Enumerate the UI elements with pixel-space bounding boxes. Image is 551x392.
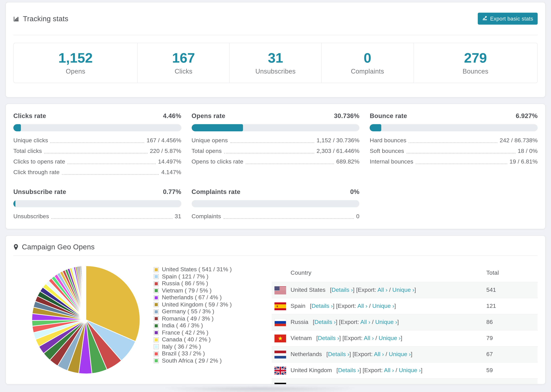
country-cell-td: Spain [Details ›] [Export: All › / Uniqu… [272, 298, 486, 314]
rate-value: 6.927% [516, 112, 538, 120]
rate-detail-value: 18 / 0% [518, 148, 538, 155]
rates-card: Clicks rate4.46%Unique clicks167 / 4.456… [6, 104, 545, 229]
export-unique-link[interactable]: Unique › [392, 287, 414, 293]
legend-label: United Kingdom ( 59 / 3% ) [162, 301, 232, 308]
total-value: 55 [486, 378, 538, 385]
details-link[interactable]: Details › [332, 287, 353, 293]
tracking-stats-card: Tracking stats Export basic stats 1,152O… [6, 2, 545, 98]
legend-label: Italy ( 36 / 2% ) [162, 343, 201, 350]
progress-bar [13, 124, 181, 131]
total-column-header: Total [486, 261, 538, 282]
details-link[interactable]: Details › [328, 351, 349, 357]
details-link[interactable]: Details › [314, 319, 336, 325]
export-all-link[interactable]: All › [367, 383, 377, 385]
rate-detail-row: Opens to clicks rate689.82% [191, 158, 359, 165]
legend-item[interactable]: Germany ( 55 / 3% ) [154, 308, 272, 315]
flag-us-icon [275, 286, 286, 294]
country-name: Spain [290, 303, 305, 309]
geo-table-row: Vietnam [Details ›] [Export: All › / Uni… [272, 330, 538, 346]
rate-head: Complaints rate0% [191, 188, 359, 196]
legend-item[interactable]: Romania ( 49 / 3% ) [154, 315, 272, 322]
legend-label: Vietnam ( 79 / 5% ) [162, 287, 212, 294]
legend-item[interactable]: United States ( 541 / 31% ) [154, 266, 272, 273]
export-all-link[interactable]: All › [364, 335, 374, 341]
legend-item[interactable]: South Africa ( 29 / 2% ) [154, 357, 272, 364]
rate-detail-row: Unique opens1,152 / 30.736% [191, 137, 359, 144]
rate-detail-row: Clicks to opens rate14.497% [13, 158, 181, 165]
legend-item[interactable]: Vietnam ( 79 / 5% ) [154, 287, 272, 294]
stat-label: Clicks [175, 68, 192, 75]
legend-item[interactable]: United Kingdom ( 59 / 3% ) [154, 301, 272, 308]
legend-swatch [154, 316, 159, 321]
export-unique-link[interactable]: Unique › [399, 367, 421, 373]
rate-title: Unsubscribe rate [13, 188, 66, 196]
legend-label: United States ( 541 / 31% ) [162, 266, 232, 273]
export-basic-stats-button[interactable]: Export basic stats [478, 13, 538, 25]
legend-item[interactable]: Canada ( 40 / 2% ) [154, 336, 272, 343]
legend-item[interactable]: Italy ( 36 / 2% ) [154, 343, 272, 350]
country-name: Vietnam [290, 335, 312, 342]
export-unique-link[interactable]: Unique › [375, 319, 397, 325]
geo-table-wrap: Country Total United States [Details ›] … [272, 256, 538, 385]
export-unique-link[interactable]: Unique › [381, 383, 403, 385]
total-value: 67 [486, 346, 538, 362]
stat-label: Opens [66, 68, 85, 75]
legend-label: Netherlands ( 67 / 4% ) [162, 294, 222, 301]
export-all-link[interactable]: All › [374, 351, 384, 357]
legend-label: Germany ( 55 / 3% ) [162, 308, 214, 315]
export-unique-link[interactable]: Unique › [389, 351, 411, 357]
stat-value: 31 [268, 51, 283, 64]
dotted-leader [224, 148, 314, 154]
legend-label: South Africa ( 29 / 2% ) [162, 357, 222, 364]
export-all-link[interactable]: All › [357, 303, 367, 309]
details-link[interactable]: Details › [320, 383, 342, 385]
legend-item[interactable]: Spain ( 121 / 7% ) [154, 273, 272, 280]
country-links: [Details ›] [Export: All › / Unique ›] [316, 335, 402, 342]
dotted-leader [230, 137, 314, 143]
details-link[interactable]: Details › [338, 367, 359, 373]
legend-item[interactable]: Brazil ( 33 / 2% ) [154, 350, 272, 357]
country-links: [Details ›] [Export: All › / Unique ›] [319, 383, 405, 385]
legend-item[interactable]: Netherlands ( 67 / 4% ) [154, 294, 272, 301]
geo-pie-chart[interactable] [29, 263, 142, 376]
rate-value: 4.46% [163, 112, 181, 120]
legend-item[interactable]: Russia ( 86 / 5% ) [154, 280, 272, 287]
geo-table-row: United Kingdom [Details ›] [Export: All … [272, 362, 538, 378]
dotted-leader [51, 213, 172, 219]
export-unique-link[interactable]: Unique › [379, 335, 401, 341]
legend-item[interactable]: France ( 42 / 2% ) [154, 329, 272, 336]
rate-detail-label: Total opens [191, 148, 222, 155]
country-name: Germany [290, 383, 315, 385]
bottom-shadow [163, 387, 357, 392]
export-unique-link[interactable]: Unique › [372, 303, 395, 309]
progress-bar [13, 200, 181, 207]
rate-detail-label: Clicks to opens rate [13, 158, 65, 165]
map-pin-icon [13, 244, 19, 250]
country-column-header: Country [272, 261, 486, 282]
rate-detail-label: Click through rate [13, 169, 60, 176]
geo-opens-title: Campaign Geo Opens [13, 243, 95, 251]
geo-opens-header: Campaign Geo Opens [13, 236, 538, 256]
legend-swatch [154, 302, 159, 307]
legend-item[interactable]: India ( 46 / 3% ) [154, 322, 272, 329]
export-all-link[interactable]: All › [377, 287, 388, 293]
pie-slice-other[interactable] [86, 266, 86, 320]
geo-opens-card: Campaign Geo Opens United States ( 541 /… [6, 235, 545, 385]
rate-detail-label: Opens to clicks rate [191, 158, 243, 165]
geo-content: United States ( 541 / 31% )Spain ( 121 /… [6, 256, 545, 385]
export-all-link[interactable]: All › [384, 367, 394, 373]
tracking-stats-title: Tracking stats [13, 14, 68, 23]
details-link[interactable]: Details › [318, 335, 339, 341]
tracking-stats-header: Tracking stats Export basic stats [13, 2, 538, 35]
country-cell: United Kingdom [Details ›] [Export: All … [272, 366, 486, 374]
country-cell: Russia [Details ›] [Export: All › / Uniq… [272, 318, 486, 326]
export-all-link[interactable]: All › [360, 319, 370, 325]
details-link[interactable]: Details › [311, 303, 333, 309]
rate-title: Complaints rate [191, 188, 240, 196]
rate-detail-label: Unsubscribes [13, 213, 49, 220]
rate-detail-value: 2,303 / 61.446% [317, 148, 360, 155]
summary-stats-row: 1,152Opens167Clicks31Unsubscribes0Compla… [13, 43, 538, 83]
rate-detail-label: Hard bounces [370, 137, 406, 144]
legend-label: Spain ( 121 / 7% ) [162, 273, 208, 280]
stat-label: Unsubscribes [255, 68, 296, 75]
